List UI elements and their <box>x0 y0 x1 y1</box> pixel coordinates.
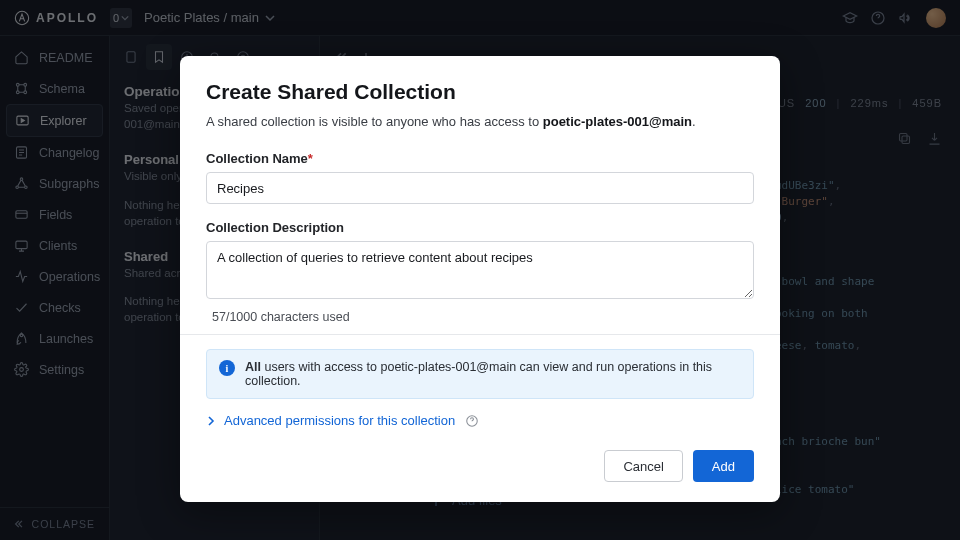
modal-description: A shared collection is visible to anyone… <box>206 114 754 129</box>
modal-title: Create Shared Collection <box>206 80 754 104</box>
collection-description-label: Collection Description <box>206 220 754 235</box>
info-icon <box>219 360 235 376</box>
create-collection-modal: Create Shared Collection A shared collec… <box>180 56 780 502</box>
help-icon[interactable] <box>465 414 479 428</box>
char-count: 57/1000 characters used <box>206 310 754 324</box>
modal-desc-post: . <box>692 114 696 129</box>
modal-desc-pre: A shared collection is visible to anyone… <box>206 114 543 129</box>
collection-name-input[interactable] <box>206 172 754 204</box>
add-button[interactable]: Add <box>693 450 754 482</box>
modal-desc-graph: poetic-plates-001@main <box>543 114 692 129</box>
chevron-right-icon <box>206 416 216 426</box>
advanced-label: Advanced permissions for this collection <box>224 413 455 428</box>
info-banner: All users with access to poetic-plates-0… <box>206 349 754 399</box>
advanced-permissions-toggle[interactable]: Advanced permissions for this collection <box>206 413 754 428</box>
collection-description-input[interactable]: A collection of queries to retrieve cont… <box>206 241 754 299</box>
info-bold: All <box>245 360 261 374</box>
info-text: users with access to poetic-plates-001@m… <box>245 360 712 388</box>
collection-name-label: Collection Name* <box>206 151 754 166</box>
divider <box>180 334 780 335</box>
cancel-button[interactable]: Cancel <box>604 450 682 482</box>
